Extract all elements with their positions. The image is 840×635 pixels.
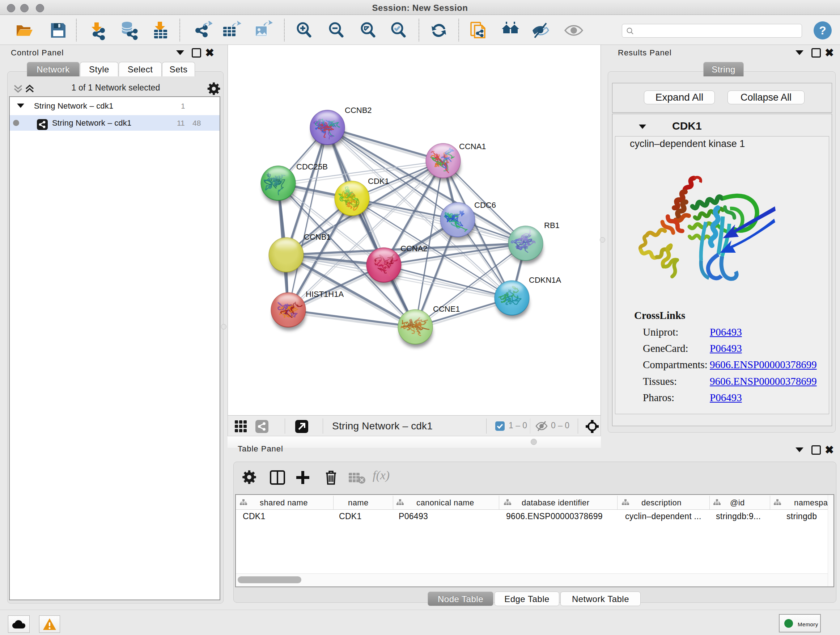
- svg-text:CCNE1: CCNE1: [433, 304, 460, 314]
- svg-text:HIST1H1A: HIST1H1A: [306, 290, 344, 299]
- svg-text:CDK1: CDK1: [368, 177, 389, 186]
- svg-text:CCNA2: CCNA2: [401, 244, 428, 253]
- svg-text:?: ?: [819, 24, 826, 37]
- svg-text:CCNB2: CCNB2: [345, 106, 372, 115]
- svg-text:CCNA1: CCNA1: [459, 142, 486, 151]
- svg-text:CDC6: CDC6: [474, 201, 496, 210]
- svg-text:CDC25B: CDC25B: [296, 162, 328, 171]
- svg-text:CDKN1A: CDKN1A: [529, 276, 561, 285]
- svg-text:CCNB1: CCNB1: [304, 233, 331, 241]
- svg-text:RB1: RB1: [544, 221, 560, 230]
